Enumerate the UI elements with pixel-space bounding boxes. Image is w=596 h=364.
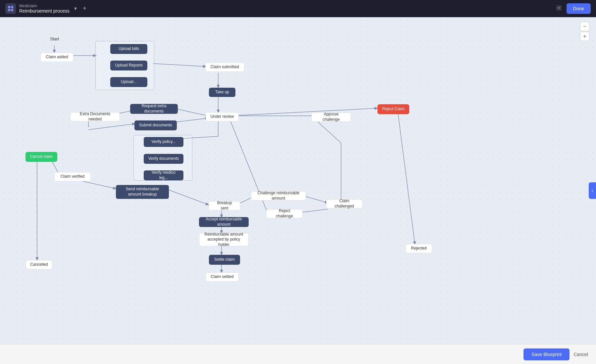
- claim-settled-node[interactable]: Claim settled: [206, 272, 239, 282]
- reimbursable-accepted-node[interactable]: Reimbursable amount accepted by policy h…: [199, 233, 249, 246]
- breakup-sent-node[interactable]: Breakup sent: [209, 201, 240, 210]
- zoom-in-button[interactable]: +: [580, 32, 589, 41]
- svg-rect-1: [11, 6, 13, 8]
- chevron-down-button[interactable]: ▾: [73, 4, 78, 13]
- svg-line-13: [88, 124, 135, 130]
- header-title: Mediclaim Reimbursement process: [19, 4, 70, 14]
- verify-policy-node[interactable]: Verify policy...: [144, 137, 183, 147]
- rejected-node[interactable]: Rejected: [406, 244, 432, 253]
- cancelled-node[interactable]: Cancelled: [26, 260, 52, 269]
- svg-rect-0: [8, 6, 10, 8]
- canvas: Start Claim added Upload bills Upload Re…: [0, 17, 596, 364]
- reject-claim-node[interactable]: Reject Claim: [377, 104, 409, 114]
- approve-challenge-node[interactable]: Approve challenge: [311, 113, 351, 122]
- verify-medico-node[interactable]: Verify medico leg...: [144, 170, 183, 180]
- settings-button[interactable]: [554, 3, 564, 14]
- app-icon: [5, 3, 16, 14]
- header-left: Mediclaim Reimbursement process ▾ +: [5, 3, 88, 14]
- send-reimbursable-node[interactable]: Send reimbursable amount breakup: [116, 185, 169, 199]
- upload-reports-node[interactable]: Upload Reports: [110, 61, 147, 70]
- side-panel-toggle[interactable]: ‹: [589, 182, 596, 199]
- claim-submitted-node[interactable]: Claim submitted: [205, 63, 244, 72]
- cancel-claim-node[interactable]: Cancel claim: [25, 152, 57, 162]
- under-review-node[interactable]: Under review: [206, 112, 239, 121]
- footer: Save Blueprint Cancel: [0, 344, 596, 364]
- process-name: Reimbursement process: [19, 8, 70, 14]
- claim-verified-node[interactable]: Claim verified: [54, 172, 91, 181]
- svg-line-32: [397, 108, 415, 244]
- take-up-node[interactable]: Take up: [209, 88, 235, 97]
- extra-docs-needed-node[interactable]: Extra Documents needed: [70, 112, 120, 121]
- svg-rect-3: [11, 9, 13, 11]
- start-node: Start: [48, 36, 61, 42]
- svg-line-7: [153, 64, 206, 67]
- add-button[interactable]: +: [81, 3, 88, 14]
- svg-point-4: [558, 7, 560, 9]
- done-button[interactable]: Done: [567, 3, 591, 14]
- header: Mediclaim Reimbursement process ▾ + Done: [0, 0, 596, 17]
- submit-documents-node[interactable]: Submit documents: [134, 120, 177, 130]
- upload-other-node[interactable]: Upload...: [110, 77, 147, 87]
- reject-challenge-node[interactable]: Reject challenge: [266, 209, 303, 218]
- accept-reimbursable-node[interactable]: Accept reimbursable amount: [199, 217, 249, 227]
- claim-challenged-node[interactable]: Claim challenged: [326, 199, 363, 208]
- cancel-button[interactable]: Cancel: [573, 352, 588, 357]
- request-extra-node[interactable]: Request extra documents: [130, 104, 178, 114]
- svg-line-20: [169, 190, 209, 205]
- zoom-controls: − +: [580, 22, 589, 41]
- claim-added-node[interactable]: Claim added: [40, 53, 74, 62]
- svg-line-31: [229, 108, 377, 116]
- save-blueprint-button[interactable]: Save Blueprint: [523, 348, 570, 360]
- verify-documents-node[interactable]: Verify documents: [144, 154, 183, 164]
- zoom-out-button[interactable]: −: [580, 22, 589, 31]
- challenge-amount-node[interactable]: Challenge reimbursable amount: [251, 191, 306, 201]
- header-controls: Done: [554, 3, 591, 14]
- settle-claim-node[interactable]: Settle claim: [209, 255, 240, 265]
- app-name: Mediclaim: [19, 4, 70, 8]
- upload-bills-node[interactable]: Upload bills: [110, 44, 147, 54]
- svg-rect-2: [8, 9, 10, 11]
